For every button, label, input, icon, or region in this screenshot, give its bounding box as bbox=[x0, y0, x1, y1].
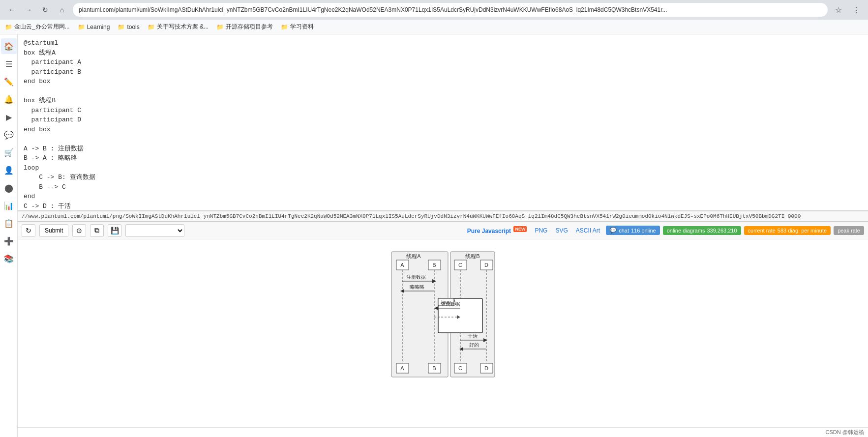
code-editor[interactable]: @startuml box 线程A participant A particip… bbox=[18, 34, 868, 211]
participant-b-bottom: B bbox=[432, 365, 436, 371]
sidebar-play-icon[interactable]: ▶ bbox=[1, 109, 17, 125]
bookmark-learning[interactable]: 📁 Learning bbox=[78, 24, 110, 30]
reload-button[interactable]: ↻ bbox=[38, 3, 52, 17]
sidebar-chat-icon[interactable]: 💬 bbox=[1, 127, 17, 143]
back-button[interactable]: ← bbox=[5, 3, 19, 17]
svg-link[interactable]: SVG bbox=[555, 227, 568, 234]
bookmark-folder-icon: 📁 bbox=[118, 24, 125, 30]
png-link[interactable]: PNG bbox=[535, 227, 547, 234]
sidebar-menu-icon[interactable]: ☰ bbox=[1, 56, 17, 72]
participant-c-bottom: C bbox=[458, 365, 462, 371]
bookmark-label: 关于写技术方案 &... bbox=[157, 23, 209, 31]
bookmark-label: 开源存储项目参考 bbox=[226, 23, 273, 31]
msg-ok: 好的 bbox=[469, 342, 479, 348]
pure-js-label: Pure Javascript bbox=[467, 228, 511, 234]
sidebar-book-icon[interactable]: 📚 bbox=[1, 251, 17, 266]
chat-count: 116 online bbox=[631, 228, 656, 233]
participant-d-bottom: D bbox=[484, 365, 488, 371]
box-a-label: 线程A bbox=[406, 253, 421, 259]
sidebar-add-icon[interactable]: ➕ bbox=[1, 233, 17, 249]
left-sidebar: 🏠 ☰ ✏️ 🔔 ▶ 💬 🛒 👤 ⬤ 📊 📋 ➕ 📚 bbox=[0, 34, 18, 437]
submit-button[interactable]: Submit bbox=[39, 224, 68, 237]
diagrams-count: 339,263,210 bbox=[707, 228, 737, 233]
rate-count: 583 diag. per minute bbox=[778, 228, 827, 233]
bookmark-folder-icon: 📁 bbox=[78, 24, 85, 30]
chat-badge[interactable]: 💬 chat 116 online bbox=[606, 226, 660, 235]
msg-reply: 略略略 bbox=[410, 284, 424, 290]
url-display: //www.plantuml.com/plantuml/png/SoWkIImg… bbox=[18, 211, 868, 222]
rate-label: current rate bbox=[748, 228, 776, 233]
toggle-button[interactable]: ⊙ bbox=[72, 224, 86, 237]
sidebar-home-icon[interactable]: 🏠 bbox=[1, 38, 17, 54]
bookmarks-bar: 📁 金山云_办公常用网... 📁 Learning 📁 tools 📁 关于写技… bbox=[0, 20, 868, 34]
sidebar-notification-icon[interactable]: 🔔 bbox=[1, 91, 17, 107]
copy-button[interactable]: ⧉ bbox=[90, 224, 104, 237]
bookmark-study[interactable]: 📁 学习资料 bbox=[281, 23, 314, 31]
peak-label: peak rate bbox=[838, 228, 860, 233]
diagram-area: 线程A 线程B A B C D bbox=[18, 239, 868, 427]
sidebar-list-icon[interactable]: 📋 bbox=[1, 215, 17, 231]
bookmark-label: 金山云_办公常用网... bbox=[14, 23, 70, 31]
peak-badge: peak rate bbox=[834, 226, 864, 235]
sidebar-cart-icon[interactable]: 🛒 bbox=[1, 145, 17, 160]
sequence-diagram: 线程A 线程B A B C D bbox=[389, 249, 497, 383]
toolbar-right: 💬 chat 116 online online diagrams 339,26… bbox=[606, 226, 864, 235]
footer-text: CSDN @韩运杨 bbox=[826, 429, 864, 436]
sidebar-chart-icon[interactable]: 📊 bbox=[1, 198, 17, 213]
bookmark-tools[interactable]: 📁 tools bbox=[118, 24, 139, 30]
browser-chrome: ← → ↻ ⌂ ☆ ⋮ bbox=[0, 0, 868, 20]
refresh-button[interactable]: ↻ bbox=[22, 224, 35, 237]
address-bar[interactable] bbox=[73, 3, 828, 17]
participant-b-top: B bbox=[432, 262, 436, 268]
sidebar-edit-icon[interactable]: ✏️ bbox=[1, 74, 17, 89]
chat-icon: 💬 bbox=[610, 227, 617, 233]
box-b-label: 线程B bbox=[465, 253, 479, 259]
toolbar: ↻ Submit ⊙ ⧉ 💾 Pure Javascript NEW PNG S… bbox=[18, 222, 868, 239]
browser-controls: ← → ↻ ⌂ bbox=[5, 3, 69, 17]
save-button[interactable]: 💾 bbox=[108, 224, 121, 237]
forward-button[interactable]: → bbox=[22, 3, 35, 17]
new-badge: NEW bbox=[513, 226, 527, 232]
pure-js-link[interactable]: Pure Javascript NEW bbox=[467, 227, 527, 234]
participant-a-bottom: A bbox=[400, 365, 404, 371]
footer: CSDN @韩运杨 bbox=[18, 427, 868, 437]
content-area: @startuml box 线程A participant A particip… bbox=[18, 34, 868, 437]
sidebar-user-icon[interactable]: 👤 bbox=[1, 162, 17, 178]
bookmark-jinshancloud[interactable]: 📁 金山云_办公常用网... bbox=[5, 23, 70, 31]
bookmark-label: tools bbox=[127, 24, 139, 30]
participant-a-top: A bbox=[400, 262, 404, 268]
bookmark-tech[interactable]: 📁 关于写技术方案 &... bbox=[148, 23, 209, 31]
bookmark-button[interactable]: ☆ bbox=[832, 3, 845, 17]
ascii-art-link[interactable]: ASCII Art bbox=[576, 227, 600, 234]
rate-badge: current rate 583 diag. per minute bbox=[744, 226, 831, 235]
bookmark-folder-icon: 📁 bbox=[216, 24, 224, 30]
diagrams-badge: online diagrams 339,263,210 bbox=[663, 226, 741, 235]
participant-c-top: C bbox=[458, 262, 462, 268]
bookmark-label: Learning bbox=[87, 24, 110, 30]
bookmark-label: 学习资料 bbox=[290, 23, 314, 31]
participant-d-top: D bbox=[484, 262, 488, 268]
format-select[interactable] bbox=[125, 224, 184, 237]
msg-register: 注册数据 bbox=[406, 274, 426, 280]
sidebar-circle-icon[interactable]: ⬤ bbox=[1, 180, 17, 196]
msg-query: 查询数据 bbox=[441, 301, 460, 307]
bookmark-folder-icon: 📁 bbox=[5, 24, 12, 30]
msg-work: 干活 bbox=[468, 333, 478, 339]
bookmark-opensource[interactable]: 📁 开源存储项目参考 bbox=[216, 23, 273, 31]
menu-button[interactable]: ⋮ bbox=[849, 3, 863, 17]
diagrams-label: online diagrams bbox=[667, 228, 705, 233]
chat-label: chat bbox=[619, 228, 629, 233]
home-button[interactable]: ⌂ bbox=[55, 3, 69, 17]
bookmark-folder-icon: 📁 bbox=[281, 24, 288, 30]
bookmark-folder-icon: 📁 bbox=[148, 24, 155, 30]
main-layout: 🏠 ☰ ✏️ 🔔 ▶ 💬 🛒 👤 ⬤ 📊 📋 ➕ 📚 @startuml box… bbox=[0, 34, 868, 437]
